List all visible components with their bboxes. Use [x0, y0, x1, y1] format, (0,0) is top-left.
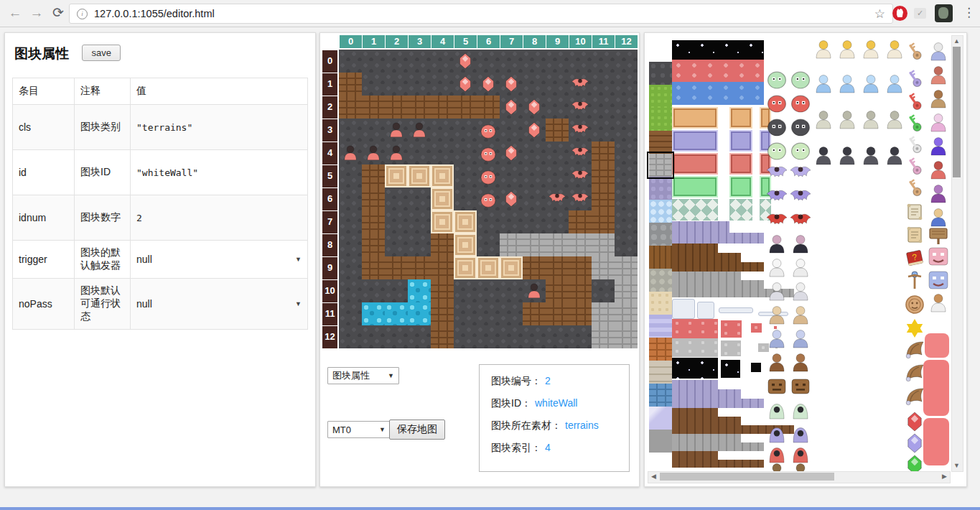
- palette-tile[interactable]: [649, 246, 672, 269]
- map-tile[interactable]: [477, 233, 500, 256]
- palette-sprite-blob[interactable]: [789, 114, 812, 137]
- palette-sprite-figure[interactable]: [765, 280, 788, 303]
- palette-strip[interactable]: [672, 280, 764, 289]
- palette-sprite-figure[interactable]: [765, 233, 788, 256]
- map-tile[interactable]: [615, 256, 638, 279]
- palette-tile[interactable]: [649, 338, 672, 361]
- map-tile[interactable]: [385, 164, 408, 187]
- map-tile[interactable]: [431, 256, 454, 279]
- palette-strip[interactable]: [672, 221, 729, 233]
- map-tile[interactable]: [546, 187, 569, 210]
- palette-strip[interactable]: [729, 130, 752, 152]
- map-tile[interactable]: [454, 325, 477, 348]
- palette-sprite-figure[interactable]: [836, 38, 859, 61]
- map-tile[interactable]: [431, 73, 454, 96]
- prop-value[interactable]: "whiteWall": [131, 150, 308, 195]
- page-info-icon[interactable]: i: [77, 9, 88, 19]
- palette-strip[interactable]: [672, 380, 718, 389]
- map-tile[interactable]: [362, 164, 385, 187]
- map-tile[interactable]: [592, 187, 615, 210]
- palette-strip[interactable]: [672, 434, 741, 442]
- map-tile[interactable]: [546, 164, 569, 187]
- map-tile[interactable]: [385, 325, 408, 348]
- palette-sprite-figure[interactable]: [859, 144, 882, 167]
- palette-strip[interactable]: [729, 176, 752, 198]
- map-tile[interactable]: [454, 50, 477, 73]
- palette-strip[interactable]: [672, 60, 764, 82]
- scroll-left-icon[interactable]: ◀: [649, 472, 658, 481]
- map-tile[interactable]: [362, 325, 385, 348]
- palette-sprite-key[interactable]: [903, 91, 926, 113]
- palette-sprite-figure[interactable]: [859, 108, 882, 131]
- map-tile[interactable]: [569, 142, 592, 164]
- palette-sprite-ghost[interactable]: [765, 399, 788, 422]
- map-tile[interactable]: [339, 96, 362, 119]
- map-tile[interactable]: [546, 142, 569, 164]
- extension-icon[interactable]: [892, 6, 907, 21]
- map-tile[interactable]: [339, 164, 362, 187]
- palette-sprite-figure[interactable]: [927, 64, 950, 87]
- palette-tile[interactable]: [649, 108, 672, 131]
- palette-sprite-key[interactable]: [903, 112, 926, 135]
- palette-strip[interactable]: [672, 199, 718, 221]
- map-tile[interactable]: [546, 233, 569, 256]
- palette-sprite-figure[interactable]: [836, 108, 859, 131]
- map-tile[interactable]: [362, 210, 385, 233]
- palette-sprite-figure[interactable]: [765, 328, 788, 351]
- map-tile[interactable]: [592, 142, 615, 164]
- palette-strip[interactable]: [672, 417, 741, 425]
- map-tile[interactable]: [454, 187, 477, 210]
- palette-sprite-stoneface[interactable]: [765, 375, 788, 398]
- palette-tile[interactable]: [649, 62, 672, 85]
- map-tile[interactable]: [546, 210, 569, 233]
- map-tile[interactable]: [454, 119, 477, 142]
- map-tile[interactable]: [408, 302, 431, 325]
- map-tile[interactable]: [523, 142, 546, 164]
- map-tile[interactable]: [523, 233, 546, 256]
- map-tile[interactable]: [339, 50, 362, 73]
- map-tile[interactable]: [339, 210, 362, 233]
- map-tile[interactable]: [546, 50, 569, 73]
- map-tile[interactable]: [454, 302, 477, 325]
- palette-sprite-bat[interactable]: [765, 162, 788, 185]
- map-tile[interactable]: [500, 302, 523, 325]
- map-tile[interactable]: [569, 50, 592, 73]
- map-tile[interactable]: [546, 119, 569, 142]
- palette-tile[interactable]: [649, 131, 672, 154]
- map-tile[interactable]: [500, 233, 523, 256]
- map-tile[interactable]: [339, 256, 362, 279]
- map-tile[interactable]: [431, 142, 454, 164]
- map-tile[interactable]: [339, 279, 362, 302]
- palette-sprite-pink[interactable]: [925, 333, 949, 358]
- palette-strip[interactable]: [721, 360, 740, 378]
- palette-sprite-blob[interactable]: [765, 114, 788, 137]
- palette-strip[interactable]: [672, 408, 718, 417]
- palette-sprite-figure[interactable]: [812, 73, 835, 96]
- map-tile[interactable]: [477, 325, 500, 348]
- map-tile[interactable]: [454, 233, 477, 256]
- palette-sprite-figure[interactable]: [927, 40, 950, 63]
- palette-sprite-figure[interactable]: [789, 328, 812, 351]
- map-tile[interactable]: [592, 210, 615, 233]
- map-tile[interactable]: [615, 119, 638, 142]
- palette-tile[interactable]: [649, 200, 672, 223]
- palette-sprite-pink[interactable]: [923, 360, 949, 416]
- map-tile[interactable]: [431, 210, 454, 233]
- map-tile[interactable]: [431, 187, 454, 210]
- map-tile[interactable]: [523, 96, 546, 119]
- map-tile[interactable]: [592, 50, 615, 73]
- palette-sprite-blob[interactable]: [789, 138, 812, 161]
- palette-strip[interactable]: [672, 253, 741, 262]
- palette-sprite-book[interactable]: ?: [903, 246, 926, 269]
- map-tile[interactable]: [569, 73, 592, 96]
- map-tile[interactable]: [408, 119, 431, 142]
- palette-sprite-figure[interactable]: [859, 38, 882, 61]
- map-tile[interactable]: [500, 325, 523, 348]
- map-tile[interactable]: [385, 73, 408, 96]
- map-tile[interactable]: [500, 73, 523, 96]
- palette-strip[interactable]: [672, 319, 718, 338]
- map-tile[interactable]: [546, 302, 569, 325]
- map-tile[interactable]: [523, 279, 546, 302]
- map-tile[interactable]: [339, 187, 362, 210]
- map-tile[interactable]: [500, 279, 523, 302]
